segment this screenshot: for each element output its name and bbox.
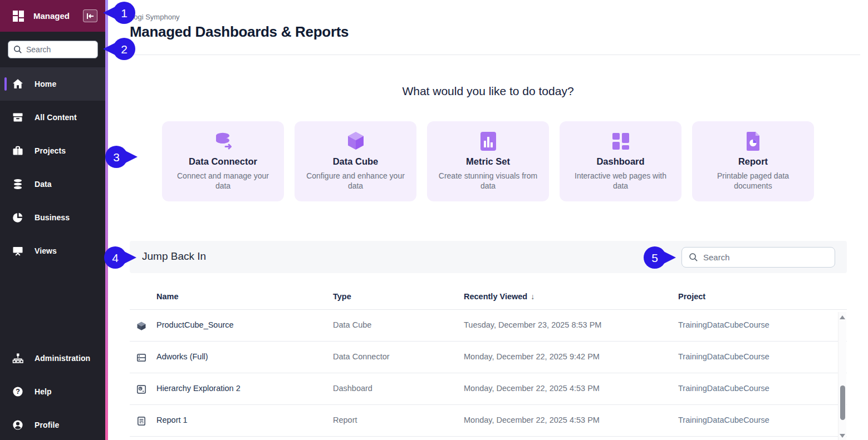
- card-dashboard[interactable]: Dashboard Interactive web pages with dat…: [560, 121, 681, 201]
- row-type: Data Cube: [333, 320, 371, 329]
- sidebar-item-all-content[interactable]: All Content: [0, 101, 105, 134]
- dashboard-icon: [136, 384, 146, 394]
- sidebar: Managed Home: [0, 0, 105, 440]
- table-scrollbar[interactable]: [838, 312, 846, 440]
- brand-name: Managed: [33, 11, 83, 21]
- row-recently-viewed: Monday, December 22, 2025 4:53 PM: [464, 416, 600, 424]
- help-icon: ?: [12, 385, 24, 398]
- sidebar-search-input[interactable]: [26, 45, 87, 54]
- row-project: TrainingDataCubeCourse: [678, 416, 769, 424]
- sidebar-item-projects[interactable]: Projects: [0, 134, 105, 167]
- app-window: Managed Home: [0, 0, 868, 440]
- row-type: Report: [333, 416, 357, 424]
- table-search[interactable]: [681, 247, 835, 268]
- table-search-input[interactable]: [703, 253, 828, 262]
- card-data-connector[interactable]: Data Connector Connect and manage your d…: [162, 121, 284, 201]
- sidebar-item-profile[interactable]: Profile: [0, 408, 105, 440]
- sidebar-item-views[interactable]: Views: [0, 234, 105, 268]
- search-icon: [689, 253, 698, 262]
- callout-number: 2: [121, 43, 127, 56]
- table-row[interactable]: Hierarchy Exploration 2 Dashboard Monday…: [130, 373, 847, 405]
- column-header-project[interactable]: Project: [678, 292, 705, 301]
- recent-items-table: Name Type Recently Viewed↓ Project Produ…: [130, 284, 847, 437]
- callout-badge-3: 3: [105, 146, 138, 168]
- sidebar-collapse-button[interactable]: [83, 9, 97, 22]
- metric-set-icon: [477, 130, 500, 153]
- sidebar-item-administration[interactable]: Administration: [0, 342, 105, 375]
- callout-number: 3: [113, 151, 120, 164]
- scroll-up-icon[interactable]: [840, 315, 845, 319]
- collapse-arrow-icon: [86, 13, 94, 19]
- connector-icon: [136, 353, 146, 363]
- sidebar-item-label: Administration: [35, 354, 90, 363]
- action-cards: Data Connector Connect and manage your d…: [162, 121, 814, 201]
- card-data-cube[interactable]: Data Cube Configure and enhance your dat…: [295, 121, 416, 201]
- presentation-icon: [12, 245, 24, 257]
- card-subtitle: Create stunning visuals from data: [437, 171, 539, 191]
- card-subtitle: Configure and enhance your data: [305, 171, 406, 191]
- column-header-recently-viewed[interactable]: Recently Viewed↓: [464, 292, 534, 301]
- card-report[interactable]: Report Printable paged data documents: [692, 121, 814, 201]
- row-name[interactable]: Adworks (Full): [156, 352, 208, 361]
- table-row[interactable]: ProductCube_Source Data Cube Tuesday, De…: [130, 310, 847, 342]
- sidebar-item-label: Profile: [35, 421, 59, 429]
- sidebar-search[interactable]: [8, 41, 98, 58]
- profile-icon: [12, 419, 24, 431]
- column-header-type[interactable]: Type: [333, 292, 351, 301]
- table-header: Name Type Recently Viewed↓ Project: [130, 284, 847, 310]
- main-heading: What would you like to do today?: [108, 85, 868, 98]
- row-name[interactable]: Hierarchy Exploration 2: [156, 384, 241, 393]
- sidebar-item-label: Business: [35, 213, 70, 222]
- jump-back-in-title: Jump Back In: [142, 250, 206, 263]
- title-divider: [130, 55, 860, 55]
- cube-icon: [136, 321, 146, 331]
- sitemap-icon: [12, 352, 24, 364]
- row-recently-viewed: Monday, December 22, 2025 9:42 PM: [464, 352, 600, 361]
- callout-number: 5: [651, 251, 658, 264]
- jump-back-in-bar: Jump Back In: [130, 241, 847, 273]
- callout-number: 4: [112, 251, 119, 264]
- callout-badge-2: 2: [103, 38, 135, 60]
- card-metric-set[interactable]: Metric Set Create stunning visuals from …: [427, 121, 549, 201]
- card-subtitle: Interactive web pages with data: [570, 171, 671, 191]
- sidebar-nav: Home All Content Projects: [0, 67, 105, 268]
- card-title: Report: [738, 156, 768, 167]
- scroll-down-icon[interactable]: [840, 434, 845, 438]
- row-type: Dashboard: [333, 384, 372, 393]
- home-icon: [12, 78, 24, 90]
- sidebar-nav-bottom: Administration ? Help Profile: [0, 342, 105, 440]
- sidebar-item-business[interactable]: Business: [0, 201, 105, 234]
- sidebar-item-label: Data: [35, 180, 52, 189]
- callout-number: 1: [121, 7, 127, 19]
- callout-badge-5: 5: [644, 246, 676, 269]
- card-title: Metric Set: [466, 156, 510, 167]
- row-project: TrainingDataCubeCourse: [678, 384, 769, 393]
- row-name[interactable]: ProductCube_Source: [156, 320, 234, 329]
- search-icon: [13, 45, 22, 54]
- column-header-label: Recently Viewed: [464, 292, 527, 301]
- database-icon: [12, 178, 24, 190]
- sidebar-item-label: All Content: [35, 113, 77, 122]
- sidebar-item-help[interactable]: ? Help: [0, 375, 105, 408]
- sidebar-header: Managed: [0, 0, 105, 32]
- data-connector-icon: [212, 130, 235, 153]
- sidebar-item-label: Home: [35, 80, 56, 88]
- sort-descending-icon: ↓: [531, 292, 534, 301]
- table-row[interactable]: Adworks (Full) Data Connector Monday, De…: [130, 342, 847, 373]
- sidebar-item-data[interactable]: Data: [0, 167, 105, 201]
- page-title: Managed Dashboards & Reports: [130, 23, 349, 41]
- briefcase-icon: [12, 145, 24, 157]
- pie-chart-icon: [12, 211, 24, 224]
- card-title: Data Connector: [189, 156, 257, 167]
- sidebar-item-home[interactable]: Home: [0, 67, 105, 101]
- row-name[interactable]: Report 1: [156, 416, 188, 424]
- breadcrumb: Logi Symphony: [130, 13, 180, 21]
- main-content: Logi Symphony Managed Dashboards & Repor…: [108, 0, 868, 440]
- app-logo-tiles-icon: [12, 10, 24, 22]
- scrollbar-thumb[interactable]: [840, 385, 845, 420]
- card-subtitle: Connect and manage your data: [172, 171, 274, 191]
- card-subtitle: Printable paged data documents: [702, 171, 804, 191]
- table-row[interactable]: Report 1 Report Monday, December 22, 202…: [130, 405, 847, 437]
- row-recently-viewed: Tuesday, December 23, 2025 8:53 PM: [464, 320, 601, 329]
- column-header-name[interactable]: Name: [156, 292, 179, 301]
